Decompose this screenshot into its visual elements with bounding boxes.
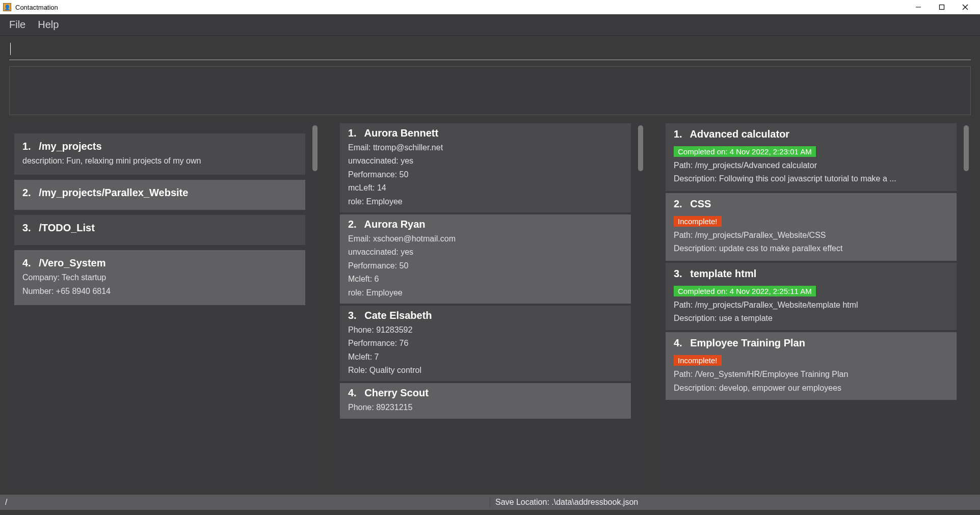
status-badge: Completed on: 4 Nov 2022, 2:25:11 AM xyxy=(674,286,816,296)
project-card-title: 3. /TODO_List xyxy=(22,222,297,234)
detail-line: Description: develop, empower our employ… xyxy=(674,383,948,394)
project-card[interactable]: 3. /TODO_List xyxy=(14,215,305,245)
index: 4. xyxy=(674,337,682,349)
menu-file[interactable]: File xyxy=(9,19,25,31)
task-card[interactable]: 2. CSSIncomplete!Path: /my_projects/Para… xyxy=(666,193,957,261)
detail-line: unvaccinated: yes xyxy=(348,247,623,258)
tasks-column: 1. Advanced calculatorCompleted on: 4 No… xyxy=(660,121,971,491)
close-button[interactable] xyxy=(953,0,977,14)
menubar: File Help xyxy=(0,14,980,36)
project-card[interactable]: 4. /Vero_SystemCompany: Tech startupNumb… xyxy=(14,250,305,305)
detail-line: Path: /Vero_System/HR/Employee Training … xyxy=(674,369,948,380)
person-card-title: 2. Aurora Ryan xyxy=(348,219,623,230)
title-text: /my_projects xyxy=(39,141,101,152)
project-card[interactable]: 2. /my_projects/Parallex_Website xyxy=(14,180,305,210)
detail-line: Performance: 50 xyxy=(348,260,623,272)
detail-line: Number: +65 8940 6814 xyxy=(22,286,297,297)
person-card[interactable]: 4. Cherry ScoutPhone: 89231215 xyxy=(340,383,631,418)
detail-line: Mcleft: 6 xyxy=(348,274,623,285)
output-box xyxy=(9,66,971,115)
detail-line: mcLeft: 14 xyxy=(348,182,623,194)
menu-help[interactable]: Help xyxy=(38,19,59,31)
scrollbar[interactable] xyxy=(964,125,969,171)
detail-line: Path: /my_projects/Advanced calculator xyxy=(674,160,948,171)
command-input[interactable] xyxy=(9,41,971,60)
task-card-title: 2. CSS xyxy=(674,198,948,210)
detail-line: Phone: 91283592 xyxy=(348,324,623,336)
detail-line: Performance: 76 xyxy=(348,338,623,349)
person-card-title: 4. Cherry Scout xyxy=(348,387,623,399)
index: 2. xyxy=(348,219,357,230)
people-column: 1. Aurora BennettEmail: ttromp@schiller.… xyxy=(335,121,645,491)
title-text: Cherry Scout xyxy=(364,387,429,398)
detail-line: Description: update css to make parallex… xyxy=(674,243,948,254)
task-card-title: 3. template html xyxy=(674,268,948,280)
title-text: Cate Elsabeth xyxy=(364,310,432,321)
index: 2. xyxy=(22,187,31,199)
index: 4. xyxy=(22,257,31,269)
title-text: Aurora Bennett xyxy=(364,127,439,139)
command-area xyxy=(0,36,980,60)
title-text: Advanced calculator xyxy=(690,128,790,140)
index: 1. xyxy=(674,128,682,140)
title-text: /TODO_List xyxy=(39,222,95,233)
person-card-title: 1. Aurora Bennett xyxy=(348,127,623,139)
detail-line: role: Employee xyxy=(348,196,623,207)
task-card[interactable]: 3. template htmlCompleted on: 4 Nov 2022… xyxy=(666,263,957,331)
window-controls xyxy=(907,0,977,14)
index: 1. xyxy=(22,141,31,152)
title-text: /my_projects/Parallex_Website xyxy=(39,187,188,198)
task-card-title: 4. Employee Training Plan xyxy=(674,337,948,349)
project-card[interactable]: 1. /my_projectsdescription: Fun, relaxin… xyxy=(14,133,305,175)
maximize-button[interactable] xyxy=(930,0,953,14)
projects-column: 1. /my_projectsdescription: Fun, relaxin… xyxy=(9,121,320,491)
person-card[interactable]: 2. Aurora RyanEmail: xschoen@hotmail.com… xyxy=(340,214,631,304)
detail-line: Path: /my_projects/Parallex_Website/temp… xyxy=(674,300,948,311)
index: 3. xyxy=(348,310,357,321)
index: 2. xyxy=(674,198,682,210)
index: 1. xyxy=(348,127,357,139)
detail-line: Phone: 89231215 xyxy=(348,402,623,413)
person-card[interactable]: 3. Cate ElsabethPhone: 91283592Performan… xyxy=(340,306,631,382)
svg-rect-1 xyxy=(940,5,944,10)
project-card-title: 4. /Vero_System xyxy=(22,257,297,269)
scrollbar[interactable] xyxy=(638,125,643,171)
detail-line: Performance: 50 xyxy=(348,169,623,180)
detail-line: Role: Quality control xyxy=(348,365,623,376)
detail-line: unvaccinated: yes xyxy=(348,155,623,167)
main-columns: 1. /my_projectsdescription: Fun, relaxin… xyxy=(0,121,980,495)
title-text: /Vero_System xyxy=(39,257,105,268)
title-text: Aurora Ryan xyxy=(364,219,426,230)
title-text: Employee Training Plan xyxy=(690,337,805,348)
detail-line: Email: xschoen@hotmail.com xyxy=(348,233,623,245)
status-badge: Incomplete! xyxy=(674,355,722,366)
project-card-title: 1. /my_projects xyxy=(22,141,297,152)
status-badge: Completed on: 4 Nov 2022, 2:23:01 AM xyxy=(674,146,816,157)
task-card[interactable]: 4. Employee Training PlanIncomplete!Path… xyxy=(666,332,957,400)
person-card-title: 3. Cate Elsabeth xyxy=(348,310,623,321)
statusbar-save-location: Save Location: .\data\addressbook.json xyxy=(490,498,980,507)
window-title: Contactmation xyxy=(15,4,907,11)
status-badge: Incomplete! xyxy=(674,216,722,227)
scrollbar[interactable] xyxy=(312,125,317,171)
title-text: CSS xyxy=(690,198,711,209)
task-card-title: 1. Advanced calculator xyxy=(674,128,948,140)
index: 3. xyxy=(22,222,31,234)
title-text: template html xyxy=(690,268,756,279)
index: 3. xyxy=(674,268,682,280)
detail-line: Path: /my_projects/Parallex_Website/CSS xyxy=(674,230,948,241)
index: 4. xyxy=(348,387,357,399)
detail-line: Email: ttromp@schiller.net xyxy=(348,142,623,153)
detail-line: role: Employee xyxy=(348,287,623,299)
detail-line: Description: Following this cool javascr… xyxy=(674,173,948,184)
app-icon: 👤 xyxy=(3,3,11,11)
project-card-title: 2. /my_projects/Parallex_Website xyxy=(22,187,297,199)
detail-line: Description: use a template xyxy=(674,313,948,324)
person-card[interactable]: 1. Aurora BennettEmail: ttromp@schiller.… xyxy=(340,123,631,212)
detail-line: Mcleft: 7 xyxy=(348,351,623,363)
minimize-button[interactable] xyxy=(907,0,930,14)
statusbar-path: / xyxy=(0,498,490,507)
detail-line: Company: Tech startup xyxy=(22,272,297,283)
task-card[interactable]: 1. Advanced calculatorCompleted on: 4 No… xyxy=(666,123,957,191)
statusbar: / Save Location: .\data\addressbook.json xyxy=(0,495,980,510)
